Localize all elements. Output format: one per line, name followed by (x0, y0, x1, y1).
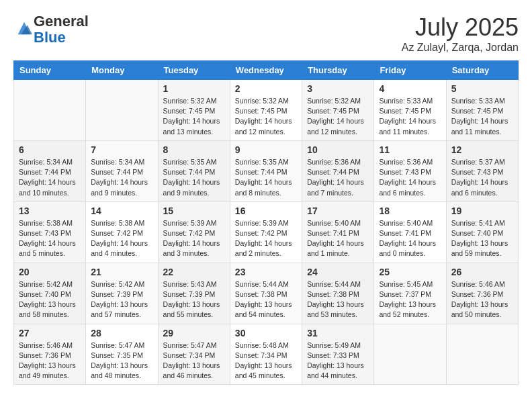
calendar-cell: 19Sunrise: 5:41 AM Sunset: 7:40 PM Dayli… (446, 201, 518, 263)
month-title: July 2025 (402, 13, 519, 42)
day-number: 22 (163, 267, 225, 277)
calendar-cell: 28Sunrise: 5:47 AM Sunset: 7:35 PM Dayli… (86, 324, 158, 385)
day-info: Sunrise: 5:47 AM Sunset: 7:34 PM Dayligh… (163, 340, 225, 381)
day-number: 1 (163, 83, 225, 94)
day-number: 11 (379, 144, 441, 155)
day-info: Sunrise: 5:43 AM Sunset: 7:39 PM Dayligh… (163, 279, 225, 320)
calendar-cell (14, 80, 86, 141)
day-info: Sunrise: 5:36 AM Sunset: 7:43 PM Dayligh… (379, 157, 441, 198)
calendar-cell: 2Sunrise: 5:32 AM Sunset: 7:45 PM Daylig… (230, 80, 302, 141)
logo-icon (15, 19, 34, 38)
day-number: 30 (235, 328, 297, 338)
calendar-table: SundayMondayTuesdayWednesdayThursdayFrid… (13, 60, 519, 385)
day-info: Sunrise: 5:33 AM Sunset: 7:45 PM Dayligh… (451, 96, 513, 137)
calendar-cell: 4Sunrise: 5:33 AM Sunset: 7:45 PM Daylig… (374, 80, 446, 141)
day-info: Sunrise: 5:34 AM Sunset: 7:44 PM Dayligh… (19, 157, 81, 198)
calendar-cell: 17Sunrise: 5:40 AM Sunset: 7:41 PM Dayli… (302, 201, 374, 263)
day-info: Sunrise: 5:32 AM Sunset: 7:45 PM Dayligh… (307, 96, 369, 137)
day-number: 28 (91, 328, 152, 338)
day-number: 5 (451, 83, 513, 94)
day-number: 29 (163, 328, 225, 338)
day-info: Sunrise: 5:42 AM Sunset: 7:39 PM Dayligh… (91, 279, 152, 320)
day-number: 8 (163, 144, 225, 155)
calendar-cell: 29Sunrise: 5:47 AM Sunset: 7:34 PM Dayli… (158, 324, 230, 385)
calendar-cell: 13Sunrise: 5:38 AM Sunset: 7:43 PM Dayli… (14, 201, 86, 263)
day-info: Sunrise: 5:48 AM Sunset: 7:34 PM Dayligh… (235, 340, 297, 381)
weekday-header-sunday: Sunday (14, 61, 86, 80)
day-info: Sunrise: 5:46 AM Sunset: 7:36 PM Dayligh… (451, 279, 513, 320)
weekday-header-saturday: Saturday (446, 61, 518, 80)
weekday-header-friday: Friday (374, 61, 446, 80)
calendar-cell: 26Sunrise: 5:46 AM Sunset: 7:36 PM Dayli… (446, 263, 518, 324)
calendar-cell: 10Sunrise: 5:36 AM Sunset: 7:44 PM Dayli… (302, 140, 374, 201)
calendar-cell: 20Sunrise: 5:42 AM Sunset: 7:40 PM Dayli… (14, 263, 86, 324)
weekday-header-wednesday: Wednesday (230, 61, 302, 80)
day-number: 13 (19, 205, 81, 216)
day-number: 3 (307, 83, 369, 94)
logo-blue: Blue (34, 29, 66, 46)
location-title: Az Zulayl, Zarqa, Jordan (402, 42, 519, 54)
day-info: Sunrise: 5:39 AM Sunset: 7:42 PM Dayligh… (163, 218, 225, 259)
weekday-header-monday: Monday (86, 61, 158, 80)
calendar-cell: 7Sunrise: 5:34 AM Sunset: 7:44 PM Daylig… (86, 140, 158, 201)
calendar-week-2: 6Sunrise: 5:34 AM Sunset: 7:44 PM Daylig… (14, 140, 519, 201)
calendar-header-row: SundayMondayTuesdayWednesdayThursdayFrid… (14, 61, 519, 80)
calendar-week-3: 13Sunrise: 5:38 AM Sunset: 7:43 PM Dayli… (14, 201, 519, 263)
day-number: 16 (235, 205, 297, 216)
day-info: Sunrise: 5:44 AM Sunset: 7:38 PM Dayligh… (307, 279, 369, 320)
calendar-cell: 14Sunrise: 5:38 AM Sunset: 7:42 PM Dayli… (86, 201, 158, 263)
day-info: Sunrise: 5:44 AM Sunset: 7:38 PM Dayligh… (235, 279, 297, 320)
day-number: 10 (307, 144, 369, 155)
day-number: 23 (235, 267, 297, 277)
weekday-header-tuesday: Tuesday (158, 61, 230, 80)
calendar-cell (374, 324, 446, 385)
day-number: 14 (91, 205, 152, 216)
day-number: 31 (307, 328, 369, 338)
day-info: Sunrise: 5:41 AM Sunset: 7:40 PM Dayligh… (451, 218, 513, 259)
calendar-cell: 11Sunrise: 5:36 AM Sunset: 7:43 PM Dayli… (374, 140, 446, 201)
day-number: 2 (235, 83, 297, 94)
day-info: Sunrise: 5:47 AM Sunset: 7:35 PM Dayligh… (91, 340, 152, 381)
calendar-cell: 25Sunrise: 5:45 AM Sunset: 7:37 PM Dayli… (374, 263, 446, 324)
day-number: 20 (19, 267, 81, 277)
day-info: Sunrise: 5:49 AM Sunset: 7:33 PM Dayligh… (307, 340, 369, 381)
day-info: Sunrise: 5:36 AM Sunset: 7:44 PM Dayligh… (307, 157, 369, 198)
calendar-cell: 31Sunrise: 5:49 AM Sunset: 7:33 PM Dayli… (302, 324, 374, 385)
day-info: Sunrise: 5:35 AM Sunset: 7:44 PM Dayligh… (163, 157, 225, 198)
calendar-cell: 18Sunrise: 5:40 AM Sunset: 7:41 PM Dayli… (374, 201, 446, 263)
day-number: 27 (19, 328, 81, 338)
calendar-cell: 8Sunrise: 5:35 AM Sunset: 7:44 PM Daylig… (158, 140, 230, 201)
day-info: Sunrise: 5:33 AM Sunset: 7:45 PM Dayligh… (379, 96, 441, 137)
day-info: Sunrise: 5:40 AM Sunset: 7:41 PM Dayligh… (307, 218, 369, 259)
title-section: July 2025 Az Zulayl, Zarqa, Jordan (402, 13, 519, 54)
day-number: 18 (379, 205, 441, 216)
day-info: Sunrise: 5:32 AM Sunset: 7:45 PM Dayligh… (163, 96, 225, 137)
calendar-week-5: 27Sunrise: 5:46 AM Sunset: 7:36 PM Dayli… (14, 324, 519, 385)
day-number: 15 (163, 205, 225, 216)
day-number: 21 (91, 267, 152, 277)
day-number: 9 (235, 144, 297, 155)
calendar-cell: 30Sunrise: 5:48 AM Sunset: 7:34 PM Dayli… (230, 324, 302, 385)
calendar-cell: 3Sunrise: 5:32 AM Sunset: 7:45 PM Daylig… (302, 80, 374, 141)
day-info: Sunrise: 5:38 AM Sunset: 7:43 PM Dayligh… (19, 218, 81, 259)
day-number: 24 (307, 267, 369, 277)
day-info: Sunrise: 5:34 AM Sunset: 7:44 PM Dayligh… (91, 157, 152, 198)
calendar-cell: 15Sunrise: 5:39 AM Sunset: 7:42 PM Dayli… (158, 201, 230, 263)
day-info: Sunrise: 5:40 AM Sunset: 7:41 PM Dayligh… (379, 218, 441, 259)
logo: General Blue (13, 13, 89, 46)
calendar-cell: 16Sunrise: 5:39 AM Sunset: 7:42 PM Dayli… (230, 201, 302, 263)
day-info: Sunrise: 5:39 AM Sunset: 7:42 PM Dayligh… (235, 218, 297, 259)
day-number: 19 (451, 205, 513, 216)
day-number: 12 (451, 144, 513, 155)
day-info: Sunrise: 5:38 AM Sunset: 7:42 PM Dayligh… (91, 218, 152, 259)
day-info: Sunrise: 5:46 AM Sunset: 7:36 PM Dayligh… (19, 340, 81, 381)
day-info: Sunrise: 5:45 AM Sunset: 7:37 PM Dayligh… (379, 279, 441, 320)
calendar-cell: 6Sunrise: 5:34 AM Sunset: 7:44 PM Daylig… (14, 140, 86, 201)
weekday-header-thursday: Thursday (302, 61, 374, 80)
calendar-cell (86, 80, 158, 141)
calendar-week-4: 20Sunrise: 5:42 AM Sunset: 7:40 PM Dayli… (14, 263, 519, 324)
calendar-cell: 5Sunrise: 5:33 AM Sunset: 7:45 PM Daylig… (446, 80, 518, 141)
day-info: Sunrise: 5:42 AM Sunset: 7:40 PM Dayligh… (19, 279, 81, 320)
page-header: General Blue July 2025 Az Zulayl, Zarqa,… (13, 13, 519, 54)
day-number: 7 (91, 144, 152, 155)
